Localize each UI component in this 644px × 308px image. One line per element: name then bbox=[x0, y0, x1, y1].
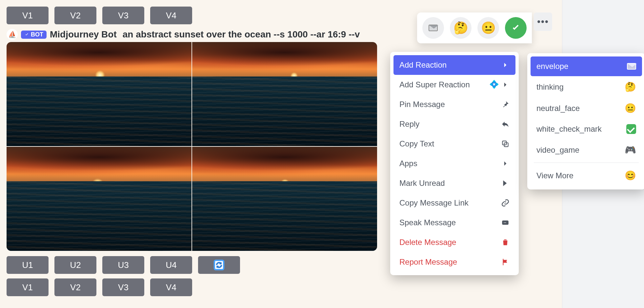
reroll-button[interactable] bbox=[198, 256, 240, 274]
ctx-reply[interactable]: Reply bbox=[393, 114, 515, 134]
react-view-more[interactable]: View More😊 bbox=[531, 165, 642, 186]
emoji-icon: 🤔 bbox=[625, 81, 636, 92]
image-quadrant-3 bbox=[7, 147, 191, 251]
ctx-pin-message[interactable]: Pin Message bbox=[393, 95, 515, 114]
react-option-label: envelope bbox=[536, 62, 568, 71]
flag-icon bbox=[501, 258, 510, 266]
quick-react-thinking[interactable]: 🤔 bbox=[450, 17, 472, 39]
ctx-add-super-reaction[interactable]: Add Super Reaction💠 bbox=[393, 75, 515, 95]
ctx-item-label: Reply bbox=[399, 120, 419, 129]
ctx-add-reaction[interactable]: Add Reaction bbox=[393, 55, 515, 75]
svg-rect-0 bbox=[214, 260, 224, 270]
bot-username[interactable]: Midjourney Bot bbox=[50, 29, 117, 40]
react-option-neutral_face[interactable]: neutral_face😐 bbox=[531, 98, 642, 119]
chevron-icon bbox=[501, 61, 510, 69]
refresh-icon bbox=[213, 259, 225, 271]
react-option-thinking[interactable]: thinking🤔 bbox=[531, 76, 642, 98]
ctx-copy-message-link[interactable]: Copy Message Link bbox=[393, 193, 515, 213]
message-hover-actions: 🤔 😐 ••• bbox=[417, 12, 552, 43]
ctx-item-label: Apps bbox=[399, 159, 417, 168]
check-icon bbox=[626, 124, 636, 134]
u2-button[interactable]: U2 bbox=[54, 256, 96, 274]
variation-button-row-bottom: V1 V2 V3 V4 bbox=[7, 278, 551, 296]
more-actions-button[interactable]: ••• bbox=[534, 12, 552, 31]
envelope-icon bbox=[627, 63, 636, 70]
u1-button[interactable]: U1 bbox=[7, 256, 49, 274]
quick-react-neutral[interactable]: 😐 bbox=[477, 17, 499, 39]
bot-tag-label: BOT bbox=[31, 31, 43, 38]
envelope-icon bbox=[429, 25, 438, 31]
ctx-item-label: Delete Message bbox=[399, 238, 456, 247]
ctx-item-label: Mark Unread bbox=[399, 179, 445, 188]
reply-icon bbox=[501, 120, 510, 128]
react-option-label: video_game bbox=[536, 145, 579, 155]
generated-image-grid[interactable] bbox=[7, 42, 377, 251]
u3-button[interactable]: U3 bbox=[102, 256, 144, 274]
copy-icon bbox=[501, 140, 510, 148]
verified-check-icon bbox=[24, 32, 30, 37]
react-option-envelope[interactable]: envelope bbox=[531, 56, 642, 76]
v2-button-top[interactable]: V2 bbox=[54, 7, 96, 24]
emoji-icon: 🎮 bbox=[625, 144, 636, 155]
v3-button-bottom[interactable]: V3 bbox=[102, 278, 144, 296]
ctx-item-label: Report Message bbox=[399, 257, 457, 267]
speak-icon bbox=[501, 218, 510, 227]
image-quadrant-4 bbox=[192, 147, 377, 251]
v4-button-bottom[interactable]: V4 bbox=[150, 278, 192, 296]
react-option-label: neutral_face bbox=[536, 104, 580, 113]
ctx-speak-message[interactable]: Speak Message bbox=[393, 213, 515, 232]
react-option-label: white_check_mark bbox=[536, 124, 602, 134]
react-option-label: thinking bbox=[536, 82, 564, 92]
bot-tag: BOT bbox=[21, 31, 47, 39]
image-quadrant-2 bbox=[192, 42, 377, 146]
reaction-plus-icon: 😊 bbox=[625, 170, 636, 181]
emoji-icon: 😐 bbox=[625, 103, 636, 114]
unread-icon bbox=[501, 179, 510, 187]
ctx-report-message[interactable]: Report Message bbox=[393, 252, 515, 272]
ctx-item-label: Copy Message Link bbox=[399, 198, 469, 208]
ctx-item-label: Add Reaction bbox=[399, 60, 447, 70]
quick-react-check[interactable] bbox=[505, 17, 527, 39]
ctx-item-label: Pin Message bbox=[399, 100, 445, 109]
ctx-mark-unread[interactable]: Mark Unread bbox=[393, 173, 515, 193]
pin-icon bbox=[501, 100, 510, 109]
u4-button[interactable]: U4 bbox=[150, 256, 192, 274]
chevron-icon bbox=[501, 159, 510, 168]
view-more-label: View More bbox=[536, 171, 574, 180]
quick-react-envelope[interactable] bbox=[422, 17, 444, 39]
ctx-delete-message[interactable]: Delete Message bbox=[393, 232, 515, 252]
link-icon bbox=[501, 199, 510, 207]
ctx-item-label: Copy Text bbox=[399, 139, 434, 148]
message-prompt: an abstract sunset over the ocean --s 10… bbox=[123, 29, 360, 40]
image-quadrant-1 bbox=[7, 42, 191, 146]
ctx-item-label: Add Super Reaction bbox=[399, 80, 470, 89]
check-icon bbox=[510, 22, 521, 33]
quick-reaction-card: 🤔 😐 bbox=[417, 12, 532, 43]
ctx-copy-text[interactable]: Copy Text bbox=[393, 134, 515, 154]
add-reaction-submenu: envelopethinking🤔neutral_face😐white_chec… bbox=[527, 53, 644, 189]
v4-button-top[interactable]: V4 bbox=[150, 7, 192, 24]
super-icon: 💠 bbox=[489, 80, 510, 89]
separator bbox=[534, 163, 639, 163]
react-option-white_check_mark[interactable]: white_check_mark bbox=[531, 119, 642, 139]
v1-button-bottom[interactable]: V1 bbox=[7, 278, 49, 296]
v2-button-bottom[interactable]: V2 bbox=[54, 278, 96, 296]
trash-icon bbox=[501, 238, 510, 247]
react-option-video_game[interactable]: video_game🎮 bbox=[531, 139, 642, 161]
bot-avatar[interactable]: ⛵ bbox=[7, 29, 18, 40]
message-context-menu: Add ReactionAdd Super Reaction💠Pin Messa… bbox=[390, 52, 519, 275]
ctx-apps[interactable]: Apps bbox=[393, 154, 515, 173]
v3-button-top[interactable]: V3 bbox=[102, 7, 144, 24]
ctx-item-label: Speak Message bbox=[399, 218, 456, 227]
v1-button-top[interactable]: V1 bbox=[7, 7, 49, 24]
